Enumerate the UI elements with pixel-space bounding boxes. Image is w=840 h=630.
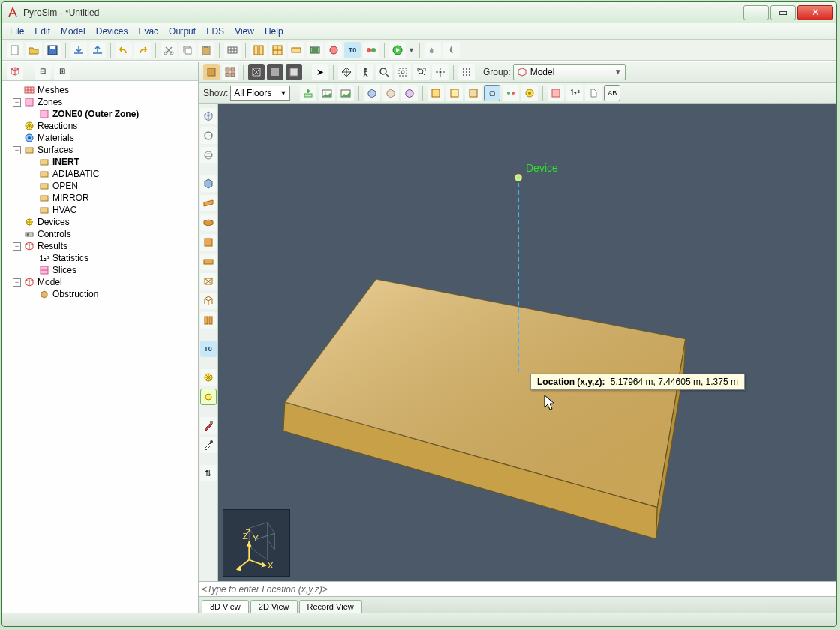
f2-icon[interactable] [446, 85, 463, 101]
device-point[interactable] [514, 174, 522, 182]
paste-button[interactable] [198, 42, 214, 58]
g2-icon[interactable]: 1₂³ [566, 85, 583, 101]
group-select[interactable]: Model ▼ [513, 64, 626, 80]
iso3-icon[interactable] [401, 85, 418, 101]
menu-file[interactable]: File [5, 25, 28, 38]
expand-icon[interactable]: ⊞ [54, 63, 70, 80]
tree-item[interactable]: Reactions [4, 120, 196, 132]
tool-star1-icon[interactable] [200, 369, 217, 386]
menu-devices[interactable]: Devices [92, 25, 133, 38]
model-tree[interactable]: Meshes−ZonesZONE0 (Outer Zone)ReactionsM… [2, 81, 198, 613]
tool-box4-icon[interactable] [200, 254, 217, 270]
tree-item[interactable]: OPEN [4, 180, 196, 192]
tool-t0-icon[interactable]: T0 [200, 340, 217, 357]
menu-model[interactable]: Model [56, 25, 90, 38]
vent-button[interactable] [307, 42, 323, 58]
pointer-icon[interactable]: ➤ [312, 64, 328, 80]
open-button[interactable] [26, 42, 42, 58]
run-dropdown-icon[interactable]: ▼ [408, 46, 415, 54]
f5-icon[interactable] [502, 85, 519, 101]
tree-item[interactable]: Obstruction [4, 288, 196, 300]
tree-item[interactable]: Controls [4, 228, 196, 240]
tool-pref-icon[interactable]: ⇅ [200, 465, 217, 482]
fds-button[interactable] [363, 42, 380, 58]
refine-mesh-button[interactable] [269, 42, 286, 58]
tool-paint-icon[interactable] [200, 417, 217, 434]
surface-button[interactable] [326, 42, 342, 58]
floor-add-icon[interactable] [300, 85, 316, 101]
tree-toggle-icon[interactable]: − [13, 278, 21, 286]
tree-item[interactable]: INERT [4, 156, 196, 168]
tree-item[interactable]: −Surfaces [4, 144, 196, 156]
walk-icon[interactable] [357, 64, 374, 80]
3d-viewport[interactable]: Device Location (x,y,z): 5.17964 m, 7.44… [218, 104, 836, 581]
f3-icon[interactable] [465, 85, 482, 101]
tree-toggle-icon[interactable]: − [13, 146, 21, 154]
smoke-button[interactable] [424, 42, 441, 58]
tree-item[interactable]: Meshes [4, 84, 196, 96]
tree-item[interactable]: 1₂³Statistics [4, 252, 196, 264]
axis-gizmo[interactable]: X Y Z Z [223, 509, 290, 577]
tree-item[interactable]: Slices [4, 264, 196, 276]
tool-star2-icon[interactable] [200, 388, 217, 405]
f4-icon[interactable]: ▢ [484, 85, 500, 101]
fit-icon[interactable] [413, 64, 430, 80]
tab-3d-view[interactable]: 3D View [202, 600, 249, 613]
tree-item[interactable]: ADIABATIC [4, 168, 196, 180]
menu-view[interactable]: View [230, 25, 259, 38]
close-button[interactable]: ✕ [797, 5, 833, 20]
g1-icon[interactable] [548, 85, 564, 101]
tool-box3-icon[interactable] [200, 234, 217, 250]
command-line[interactable]: <Type to enter Location (x,y,z)> [199, 581, 836, 596]
tool-cube-icon[interactable] [200, 108, 217, 124]
cut-button[interactable] [160, 42, 177, 58]
tool-rotate-icon[interactable] [200, 128, 217, 144]
image-icon[interactable] [319, 85, 335, 101]
center-icon[interactable] [432, 64, 448, 80]
f1-icon[interactable] [428, 85, 444, 101]
pan-icon[interactable] [338, 64, 355, 80]
tab-2d-view[interactable]: 2D View [250, 600, 298, 613]
snap-icon[interactable] [458, 64, 475, 80]
mesh-button[interactable] [224, 42, 241, 58]
tool-box2-icon[interactable] [200, 214, 217, 231]
menu-evac[interactable]: Evac [134, 25, 163, 38]
zoom-box-icon[interactable] [394, 64, 411, 80]
tree-item[interactable]: −Model [4, 276, 196, 288]
redo-button[interactable] [134, 42, 151, 58]
tool-orbit-icon[interactable] [200, 147, 217, 164]
iso2-icon[interactable] [382, 85, 399, 101]
tree-toggle-icon[interactable]: − [13, 98, 21, 106]
tree-item[interactable]: −Zones [4, 96, 196, 108]
maximize-button[interactable]: ▭ [770, 5, 796, 20]
t0-button[interactable]: T0 [344, 42, 361, 58]
tree-item[interactable]: Devices [4, 216, 196, 228]
minimize-button[interactable]: — [743, 5, 769, 20]
nav-model-icon[interactable] [7, 63, 23, 80]
tool-box5-icon[interactable] [200, 273, 217, 290]
single-view-icon[interactable] [203, 64, 220, 80]
tool-box1-icon[interactable] [200, 195, 217, 212]
f6-icon[interactable] [521, 85, 538, 101]
image2-icon[interactable] [338, 85, 354, 101]
tab-record-view[interactable]: Record View [299, 600, 362, 613]
floors-select[interactable]: All Floors ▼ [230, 86, 290, 100]
menu-help[interactable]: Help [260, 25, 288, 38]
iso1-icon[interactable] [364, 85, 380, 101]
g3-icon[interactable] [585, 85, 602, 101]
export-button[interactable] [89, 42, 106, 58]
merge-button[interactable] [288, 42, 304, 58]
shade-icon[interactable] [267, 64, 284, 80]
tool-box6-icon[interactable] [200, 292, 217, 309]
save-button[interactable] [44, 42, 61, 58]
collapse-icon[interactable]: ⊟ [34, 63, 51, 80]
tree-item[interactable]: −Results [4, 240, 196, 252]
wire-icon[interactable] [248, 64, 265, 80]
tree-toggle-icon[interactable]: − [13, 242, 21, 250]
undo-button[interactable] [116, 42, 132, 58]
tool-eyedrop-icon[interactable] [200, 436, 217, 453]
shade2-icon[interactable] [286, 64, 302, 80]
new-button[interactable] [7, 42, 23, 58]
flame-button[interactable] [443, 42, 460, 58]
tree-item[interactable]: Materials [4, 132, 196, 144]
